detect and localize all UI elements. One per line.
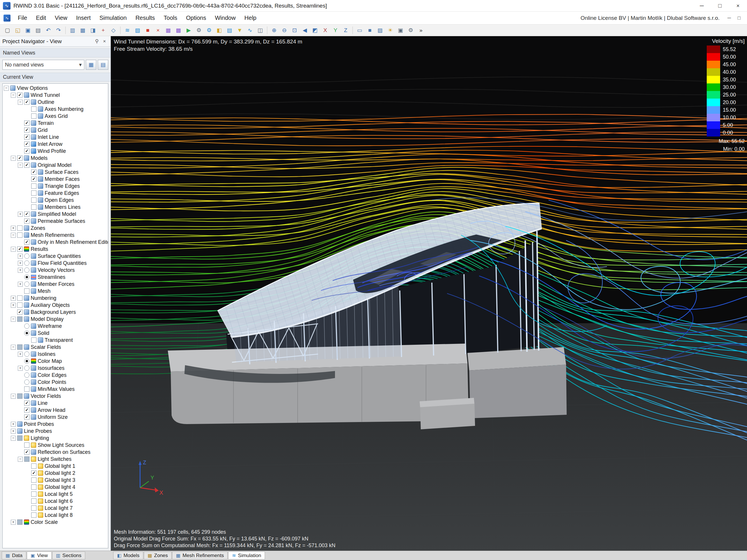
checkbox-checked-icon[interactable]: ✓: [24, 415, 29, 420]
tree-item[interactable]: Feature Edges: [3, 190, 108, 196]
checkbox-partial-icon[interactable]: [17, 344, 23, 350]
tree-item[interactable]: ✓Wind Profile: [3, 148, 108, 155]
tree-item[interactable]: +Zones: [3, 224, 108, 232]
checkbox-unchecked-icon[interactable]: [31, 477, 36, 483]
collapse-icon[interactable]: −: [11, 317, 16, 322]
maximize-button[interactable]: □: [711, 0, 729, 11]
tree-item[interactable]: +Line Probes: [3, 428, 108, 434]
checkbox-unchecked-icon[interactable]: [31, 491, 36, 497]
tree-item[interactable]: +✓Simplified Model: [3, 211, 108, 218]
tree-item[interactable]: Axes Grid: [3, 113, 108, 119]
mdi-minimize-button[interactable]: ─: [724, 15, 734, 21]
zoom-fit-icon[interactable]: ⊡: [290, 26, 300, 35]
scene-canvas[interactable]: X Y Z: [111, 36, 747, 551]
tree-item[interactable]: −View Options: [3, 85, 108, 91]
print-icon[interactable]: ▤: [33, 26, 43, 35]
tree-item[interactable]: ✓Only in Mesh Refinement Editor: [3, 239, 108, 246]
checkbox-partial-icon[interactable]: [17, 394, 23, 399]
collapse-icon[interactable]: −: [18, 163, 23, 168]
tree-item[interactable]: Local light 5: [3, 490, 108, 498]
tree-item[interactable]: ✓Terrain: [3, 119, 108, 127]
checkbox-unchecked-icon[interactable]: [31, 190, 36, 196]
tree-item[interactable]: Local light 6: [3, 498, 108, 505]
minimize-button[interactable]: ─: [693, 0, 711, 11]
tree-item[interactable]: −✓Outline: [3, 99, 108, 106]
radio-off-icon[interactable]: [24, 372, 29, 378]
checkbox-checked-icon[interactable]: ✓: [31, 471, 36, 476]
tree-item[interactable]: Global light 3: [3, 477, 108, 484]
close-button[interactable]: ×: [729, 0, 747, 11]
checkbox-unchecked-icon[interactable]: [17, 295, 23, 301]
viewport[interactable]: X Y Z Wind Tunnel Dimensions: Dx = 766.5…: [111, 36, 747, 551]
checkbox-checked-icon[interactable]: ✓: [31, 177, 36, 182]
tree-item[interactable]: +Isosurfaces: [3, 365, 108, 372]
mdi-restore-button[interactable]: □: [734, 15, 744, 21]
checkbox-checked-icon[interactable]: ✓: [24, 100, 29, 105]
pin-icon[interactable]: ⚲: [93, 38, 101, 44]
lighting-toggle-icon[interactable]: ☀: [385, 26, 395, 35]
stop-calculation-icon[interactable]: ■: [143, 26, 153, 35]
tree-item[interactable]: −✓Original Model: [3, 162, 108, 168]
tree-item[interactable]: +Surface Quantities: [3, 252, 108, 260]
checkbox-unchecked-icon[interactable]: [31, 338, 36, 343]
checkbox-unchecked-icon[interactable]: [17, 302, 23, 308]
expand-icon[interactable]: +: [18, 212, 23, 217]
named-views-dropdown[interactable]: No named views ▾: [2, 60, 84, 70]
collapse-icon[interactable]: −: [4, 86, 9, 91]
collapse-icon[interactable]: −: [11, 345, 16, 350]
menu-tools[interactable]: Tools: [159, 13, 182, 23]
tree-item[interactable]: Streamlines: [3, 273, 108, 281]
checkbox-partial-icon[interactable]: [17, 317, 23, 322]
tree-item[interactable]: ✓Inlet Line: [3, 134, 108, 140]
tree-item[interactable]: ✓Background Layers: [3, 309, 108, 316]
cancel-icon[interactable]: ×: [153, 26, 163, 35]
expand-icon[interactable]: +: [18, 268, 23, 273]
menu-window[interactable]: Window: [210, 13, 240, 23]
checkbox-checked-icon[interactable]: ✓: [17, 156, 23, 161]
tree-item[interactable]: Global light 1: [3, 462, 108, 470]
checkbox-checked-icon[interactable]: ✓: [24, 162, 29, 168]
checkbox-checked-icon[interactable]: ✓: [24, 149, 29, 154]
radio-off-icon[interactable]: [24, 323, 29, 329]
expand-icon[interactable]: +: [18, 254, 23, 259]
work-plane-icon[interactable]: ◇: [108, 26, 118, 35]
tree-item[interactable]: ✓Reflection on Surfaces: [3, 449, 108, 456]
zoom-out-icon[interactable]: ⊖: [280, 26, 289, 35]
tree-item[interactable]: Min/Max Values: [3, 385, 108, 393]
undo-icon[interactable]: ↶: [44, 26, 53, 35]
radio-off-icon[interactable]: [24, 254, 29, 259]
clipping-plane-icon[interactable]: ◫: [255, 26, 265, 35]
expand-icon[interactable]: +: [18, 282, 23, 287]
open-model-icon[interactable]: ◱: [13, 26, 23, 35]
calculation-parameters-icon[interactable]: ⚙: [204, 26, 214, 35]
expand-icon[interactable]: +: [11, 422, 16, 427]
screenshot-icon[interactable]: ▣: [396, 26, 405, 35]
checkbox-checked-icon[interactable]: ✓: [24, 128, 29, 133]
tree-item[interactable]: −Model Display: [3, 316, 108, 323]
tree-item[interactable]: Wireframe: [3, 323, 108, 329]
tree-item[interactable]: +Flow Field Quantities: [3, 260, 108, 267]
expand-icon[interactable]: +: [18, 352, 23, 357]
collapse-icon[interactable]: −: [11, 436, 16, 441]
tree-item[interactable]: −Light Switches: [3, 456, 108, 462]
run-simulation-icon[interactable]: ▶: [184, 26, 194, 35]
tree-item[interactable]: ✓Permeable Surfaces: [3, 218, 108, 224]
checkbox-unchecked-icon[interactable]: [31, 499, 36, 504]
checkbox-unchecked-icon[interactable]: [31, 183, 36, 189]
menu-help[interactable]: Help: [240, 13, 261, 23]
tree-item[interactable]: Show Light Sources: [3, 442, 108, 449]
previous-view-icon[interactable]: ◀: [300, 26, 310, 35]
collapse-icon[interactable]: −: [11, 156, 16, 161]
tree-item[interactable]: Local light 7: [3, 505, 108, 512]
radio-off-icon[interactable]: [24, 366, 29, 371]
tree-item[interactable]: −Scalar Fields: [3, 344, 108, 351]
tree-item[interactable]: −Lighting: [3, 434, 108, 442]
collapse-icon[interactable]: −: [18, 100, 23, 105]
mesh-settings-icon[interactable]: ▩: [174, 26, 183, 35]
collapse-icon[interactable]: −: [11, 233, 16, 238]
isometric-view-icon[interactable]: ◩: [310, 26, 320, 35]
checkbox-checked-icon[interactable]: ✓: [17, 246, 23, 252]
tree-item[interactable]: Global light 4: [3, 484, 108, 490]
tree-item[interactable]: −Vector Fields: [3, 393, 108, 400]
navigator-icon[interactable]: ▥: [68, 26, 77, 35]
